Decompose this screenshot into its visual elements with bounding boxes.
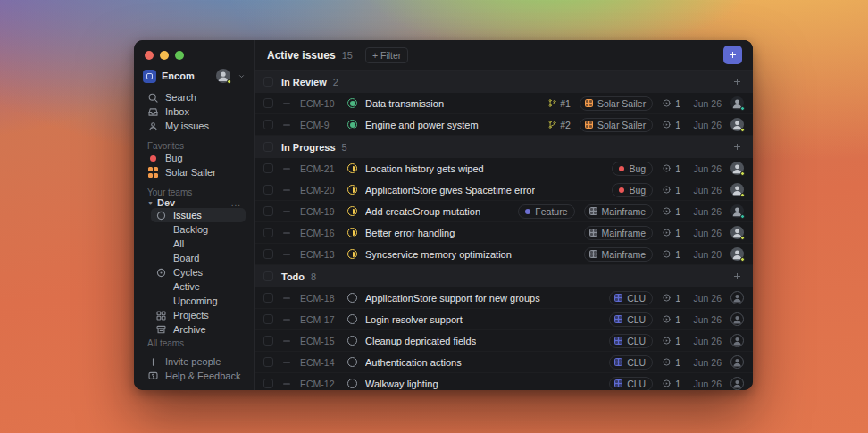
issue-row-ecm-15[interactable]: ECM-15Cleanup depricated fieldsCLU1Jun 2…	[255, 330, 753, 352]
issue-checkbox[interactable]	[263, 163, 273, 173]
issue-row-ecm-14[interactable]: ECM-14Authentication actionsCLU1Jun 26	[255, 352, 753, 373]
cycle-badge[interactable]: 1	[662, 120, 680, 130]
status-progress-icon[interactable]	[347, 228, 357, 237]
project-badge-clu[interactable]: CLU	[609, 334, 653, 348]
cycle-badge[interactable]: 1	[662, 336, 680, 346]
issue-row-ecm-20[interactable]: ECM-20ApplicationStore gives Spacetime e…	[255, 179, 753, 201]
assignee-avatar[interactable]	[730, 247, 744, 261]
project-badge-clu[interactable]: CLU	[609, 312, 653, 327]
section-checkbox[interactable]	[263, 271, 273, 281]
sidebar-item-help-feedback[interactable]: Help & Feedback	[143, 369, 246, 383]
priority-icon[interactable]	[281, 357, 292, 368]
issue-row-ecm-16[interactable]: ECM-16Better error handlingMainframe1Jun…	[255, 222, 753, 244]
issue-checkbox[interactable]	[263, 228, 273, 237]
issue-row-ecm-10[interactable]: ECM-10Data transmission#1Solar Sailer1Ju…	[255, 93, 753, 114]
label-badge-feature[interactable]: Feature	[518, 204, 574, 219]
project-badge-solar-sailer[interactable]: Solar Sailer	[580, 96, 653, 111]
issue-row-ecm-13[interactable]: ECM-13Syncservice memory optimizationMai…	[255, 244, 753, 265]
status-review-icon[interactable]	[347, 120, 357, 129]
sidebar-item-active[interactable]: Active	[151, 279, 246, 294]
sidebar-item-archive[interactable]: Archive	[151, 322, 246, 337]
sidebar-favorite-solar-sailer[interactable]: Solar Sailer	[143, 165, 246, 179]
assignee-avatar[interactable]	[730, 162, 744, 175]
issue-checkbox[interactable]	[263, 336, 273, 346]
priority-icon[interactable]	[281, 120, 292, 130]
issue-checkbox[interactable]	[263, 314, 273, 324]
cycle-badge[interactable]: 1	[662, 98, 680, 109]
status-progress-icon[interactable]	[347, 163, 357, 173]
sidebar-item-upcoming[interactable]: Upcoming	[151, 294, 246, 308]
issue-row-ecm-19[interactable]: ECM-19Add createGroup mutationFeatureMai…	[255, 201, 753, 222]
issue-row-ecm-18[interactable]: ECM-18ApplicationStore support for new g…	[255, 287, 753, 309]
cycle-badge[interactable]: 1	[662, 314, 680, 325]
status-progress-icon[interactable]	[347, 249, 357, 259]
status-todo-icon[interactable]	[347, 314, 357, 324]
add-issue-icon[interactable]	[732, 271, 742, 281]
priority-icon[interactable]	[281, 314, 292, 325]
cycle-badge[interactable]: 1	[662, 249, 680, 260]
label-badge-bug[interactable]: Bug	[612, 162, 653, 176]
sidebar-team-dev[interactable]: ▼ Dev ...	[143, 197, 246, 208]
sidebar-item-all[interactable]: All	[151, 237, 246, 251]
new-issue-button[interactable]	[723, 46, 742, 64]
team-more-icon[interactable]: ...	[231, 198, 241, 208]
cycle-badge[interactable]: 1	[662, 293, 680, 304]
status-todo-icon[interactable]	[347, 293, 357, 303]
assignee-avatar[interactable]	[730, 355, 744, 369]
status-todo-icon[interactable]	[347, 379, 357, 388]
issue-checkbox[interactable]	[263, 357, 273, 367]
issue-checkbox[interactable]	[263, 249, 273, 259]
section-checkbox[interactable]	[263, 142, 273, 152]
priority-icon[interactable]	[281, 293, 292, 304]
issue-checkbox[interactable]	[263, 120, 273, 129]
issue-checkbox[interactable]	[263, 98, 273, 108]
sidebar-item-invite-people[interactable]: Invite people	[143, 354, 246, 369]
assignee-avatar[interactable]	[730, 334, 744, 347]
status-review-icon[interactable]	[347, 98, 357, 108]
priority-icon[interactable]	[281, 98, 292, 109]
issue-checkbox[interactable]	[263, 185, 273, 195]
project-badge-clu[interactable]: CLU	[609, 377, 653, 391]
sidebar-item-backlog[interactable]: Backlog	[151, 222, 246, 237]
pull-request-badge[interactable]: #1	[547, 98, 571, 109]
issue-row-ecm-17[interactable]: ECM-17Login resolver supportCLU1Jun 26	[255, 309, 753, 330]
status-todo-icon[interactable]	[347, 357, 357, 367]
issue-row-ecm-9[interactable]: ECM-9Engine and power system#2Solar Sail…	[255, 114, 753, 136]
project-badge-clu[interactable]: CLU	[609, 355, 653, 370]
section-checkbox[interactable]	[263, 77, 273, 87]
cycle-badge[interactable]: 1	[662, 185, 680, 196]
project-badge-mainframe[interactable]: Mainframe	[584, 226, 654, 240]
project-badge-mainframe[interactable]: Mainframe	[584, 247, 654, 262]
close-button[interactable]	[145, 51, 154, 60]
project-badge-mainframe[interactable]: Mainframe	[584, 204, 654, 219]
assignee-avatar[interactable]	[730, 312, 744, 326]
status-todo-icon[interactable]	[347, 336, 357, 346]
priority-icon[interactable]	[281, 185, 292, 196]
assignee-avatar[interactable]	[730, 118, 744, 131]
sidebar-item-my-issues[interactable]: My issues	[143, 119, 246, 133]
sidebar-favorite-bug[interactable]: Bug	[143, 151, 246, 165]
priority-icon[interactable]	[281, 206, 292, 217]
user-avatar[interactable]	[216, 69, 230, 83]
cycle-badge[interactable]: 1	[662, 228, 680, 238]
label-badge-bug[interactable]: Bug	[612, 183, 653, 197]
filter-button[interactable]: + Filter	[365, 47, 408, 63]
priority-icon[interactable]	[281, 379, 292, 389]
sidebar-item-issues[interactable]: Issues	[151, 208, 246, 222]
zoom-button[interactable]	[175, 51, 184, 60]
priority-icon[interactable]	[281, 228, 292, 238]
project-badge-solar-sailer[interactable]: Solar Sailer	[580, 118, 653, 132]
cycle-badge[interactable]: 1	[662, 379, 680, 389]
priority-icon[interactable]	[281, 336, 292, 346]
issue-checkbox[interactable]	[263, 379, 273, 388]
minimize-button[interactable]	[160, 51, 169, 60]
issue-checkbox[interactable]	[263, 293, 273, 303]
workspace-switcher[interactable]: Encom	[143, 69, 246, 83]
add-issue-icon[interactable]	[732, 77, 742, 87]
sidebar-item-projects[interactable]: Projects	[151, 308, 246, 322]
assignee-avatar[interactable]	[730, 291, 744, 304]
assignee-avatar[interactable]	[730, 183, 744, 196]
add-issue-icon[interactable]	[732, 142, 742, 152]
issue-row-ecm-21[interactable]: ECM-21Location history gets wipedBug1Jun…	[255, 158, 753, 179]
issue-row-ecm-12[interactable]: ECM-12Walkway lightingCLU1Jun 26	[255, 373, 753, 390]
